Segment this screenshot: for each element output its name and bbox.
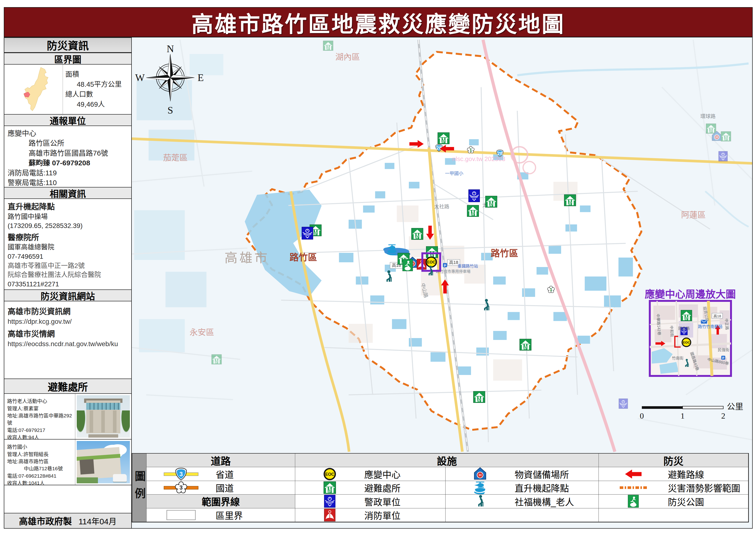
shelter-address: 地址:高雄市路竹區	[7, 458, 73, 465]
national-route-icon: 3	[161, 481, 201, 494]
provincial-route-icon: 3	[161, 467, 201, 481]
sidebar: 防災資訊 區界圖 面積 48.45平方公里 總人口數 49,469人 通報單位 …	[4, 37, 132, 528]
neighbor-district-label: 茄萣區	[163, 153, 188, 162]
scale-tick: 1	[680, 412, 684, 420]
legend-item-elder: 社福機構_老人	[446, 494, 599, 508]
shelter-icon	[473, 391, 485, 403]
shelter-name: 路竹老人活動中心	[7, 398, 73, 405]
neighbor-district-label: 湖內區	[335, 53, 360, 62]
report-box: 應變中心 路竹區公所 高雄市路竹區國昌路76號 蘇畇臻 07-6979208 消…	[4, 126, 131, 187]
title-bar: 高雄市路竹區地震救災應變防災地圖	[4, 8, 752, 37]
svg-text:3: 3	[179, 471, 183, 478]
park-icon	[403, 259, 413, 271]
svg-text:路竹竹南郵局: 路竹竹南郵局	[698, 324, 722, 329]
shelter-phone: 電話:07-6979217	[7, 427, 73, 434]
report-line: 應變中心	[8, 128, 128, 138]
report-contact: 蘇畇臻 07-6979208	[8, 158, 128, 168]
boundary-box: 面積 48.45平方公里 總人口數 49,469人	[4, 65, 131, 114]
medical-title: 醫療院所	[8, 232, 128, 243]
legend-label: 應變中心	[364, 467, 400, 481]
compass-south: S	[167, 105, 173, 116]
heliport-line: 路竹國中操場	[8, 212, 128, 221]
district-label: 路竹區	[491, 248, 518, 258]
legend-label: 避難處所	[364, 481, 400, 494]
heliport-title: 直升機起降點	[8, 201, 128, 212]
medical-line: 阮綜合醫療社團法人阮綜合醫院	[8, 270, 128, 280]
legend-item-police: 警政單位	[295, 494, 446, 508]
shelter-address: 地址:高雄市路竹區中華路292號	[7, 412, 73, 427]
shelter-phone: 電話:07-6962128#841	[7, 472, 73, 480]
village-boundary-icon	[161, 508, 201, 522]
scale-tick: 2	[721, 412, 725, 420]
svg-text:一甲國小: 一甲國小	[445, 171, 464, 176]
poster-frame: 高雄市路竹區地震救災應變防災地圖 防災資訊 區界圖 面積 48.45平方公里 總…	[4, 7, 753, 529]
legend-label: 避難路線	[668, 467, 704, 481]
website-url: https://dpr.kcg.gov.tw/	[8, 317, 128, 326]
poster-page: 高雄市路竹區地震救災應變防災地圖 防災資訊 區界圖 面積 48.45平方公里 總…	[0, 0, 756, 536]
police-icon	[469, 190, 480, 202]
shelters-header: 避難處所	[4, 379, 131, 394]
legend-tab: 圖例	[132, 453, 147, 522]
legend-item-park: 防災公園	[599, 494, 748, 508]
legend-item-provincial: 3 省道	[147, 467, 295, 481]
kaohsiung-shape-icon	[11, 65, 56, 113]
page-title: 高雄市路竹區地震救災應變防災地圖	[191, 6, 565, 38]
legend-label: 社福機構_老人	[515, 495, 574, 508]
shelter-photo-1	[77, 395, 130, 438]
neighbor-district-label: 阿蓮區	[681, 210, 706, 219]
medical-line: 07-7496591	[8, 252, 128, 261]
legend-head-roads: 道路	[147, 453, 295, 467]
website-url: https://eocdss.ncdr.nat.gov.tw/web/ku	[8, 340, 128, 349]
medical-line: 國軍高雄總醫院	[8, 243, 128, 252]
legend-item-boundary: 區里界	[147, 508, 295, 522]
national-shield-number: 1	[469, 148, 472, 152]
compass-west: W	[135, 72, 145, 83]
website-name: 高雄市災情網	[8, 328, 128, 340]
svg-text:高18: 高18	[449, 260, 458, 265]
neighbor-district-label: 永安區	[189, 328, 214, 337]
area-value: 48.45平方公里	[65, 80, 129, 89]
legend-label: 災害潛勢影響範圍	[668, 481, 740, 494]
medical-line: 高雄市苓雅區中正一路2號	[8, 261, 128, 271]
legend-item-fire: 消防單位	[295, 508, 446, 522]
provincial-shield-number: 28	[436, 145, 442, 151]
websites-header: 防災資訊網站	[4, 289, 131, 301]
shelter-name: 路竹國小	[7, 443, 73, 451]
svg-text:中和街: 中和街	[669, 325, 674, 337]
scale-unit: 公里	[727, 402, 743, 411]
shelter-icon	[520, 339, 531, 351]
svg-text:民強街: 民強街	[718, 348, 729, 352]
map-date: 114年04月	[78, 515, 117, 527]
medical-line: 073351121#2271	[8, 280, 128, 289]
city-label: 高雄市	[224, 251, 269, 265]
legend-item-hazard: 災害潛勢影響範圍	[599, 481, 748, 494]
svg-text:臺鐵路竹站: 臺鐵路竹站	[458, 264, 478, 268]
shelter-entry: 路竹老人活動中心 管理人:蔡素宴 地址:高雄市路竹區中華路292號 電話:07-…	[4, 394, 131, 440]
legend-label: 直升機起降點	[515, 481, 569, 494]
shelter-icon	[564, 195, 576, 206]
fire-phone: 消防局電話:119	[8, 168, 128, 178]
svg-text:中正路: 中正路	[724, 318, 729, 330]
report-line: 高雄市路竹區國昌路76號	[8, 148, 128, 158]
shelter-photo-2	[77, 441, 130, 483]
shelter-icon	[486, 196, 497, 208]
sidebar-header: 防災資訊	[4, 37, 131, 53]
scale-tick: 0	[640, 412, 644, 420]
shelter-manager: 管理人:許智翔組長	[7, 451, 73, 458]
legend: 圖例 道路 設施 防災 3 省道 應變中心 物資儲備場所 避難路線	[132, 453, 749, 522]
legend-item-national: 3 國道	[147, 481, 295, 494]
legend-range-header: 範圍界線	[147, 494, 295, 508]
legend-label: 物資儲備場所	[515, 467, 569, 481]
svg-text:國昌路: 國昌路	[678, 326, 690, 330]
legend-head-facilities: 設施	[295, 453, 599, 467]
legend-label: 區里界	[216, 508, 243, 521]
related-box: 直升機起降點 路竹國中操場 (173209.65, 2528532.39) 醫療…	[4, 199, 131, 289]
police-icon	[302, 227, 313, 239]
shelter-capacity: 收容人數:1041人	[7, 480, 73, 487]
legend-item-supply: 物資儲備場所	[446, 467, 599, 481]
district-silhouette-map	[4, 65, 63, 114]
svg-text:環球路: 環球路	[701, 114, 716, 119]
svg-text:大社路: 大社路	[434, 204, 449, 209]
eoc-icon	[426, 257, 436, 267]
legend-head-disaster: 防災	[599, 453, 748, 467]
